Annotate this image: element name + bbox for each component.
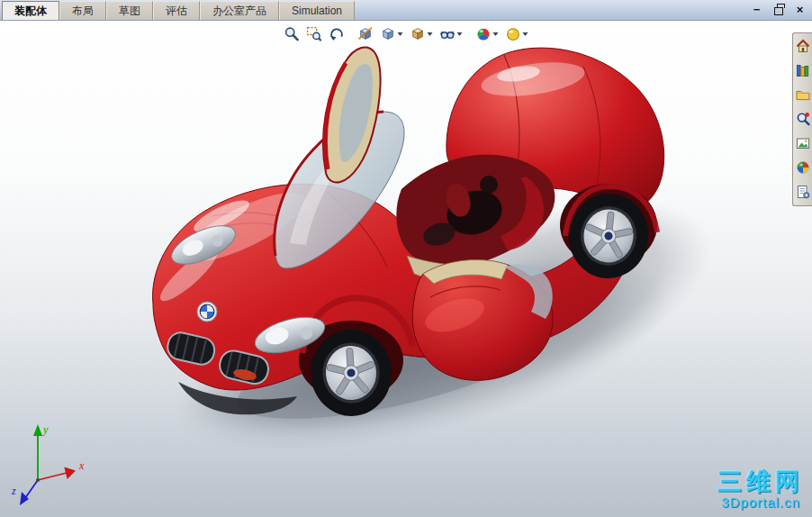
reference-triad: y x z xyxy=(11,415,96,510)
triad-z-label: z xyxy=(11,485,16,497)
search-button[interactable] xyxy=(795,111,811,127)
view-palette-icon xyxy=(796,136,810,150)
command-tabs: 装配体 布局 草图 评估 办公室产品 Simulation xyxy=(2,1,355,20)
car-model[interactable] xyxy=(0,0,812,517)
triad-x-label: x xyxy=(78,459,85,472)
command-manager-tab-bar: 装配体 布局 草图 评估 办公室产品 Simulation − × xyxy=(0,0,812,21)
books-icon xyxy=(796,63,810,77)
section-view-icon xyxy=(358,26,374,41)
zoom-to-fit-button[interactable] xyxy=(282,24,302,43)
document-gear-icon xyxy=(796,185,810,199)
tab-evaluate[interactable]: 评估 xyxy=(153,1,200,20)
zoom-to-area-icon xyxy=(307,26,322,41)
file-explorer-button[interactable] xyxy=(795,86,811,103)
search-icon xyxy=(796,112,810,126)
hide-show-items-button[interactable] xyxy=(438,24,465,43)
previous-view-button[interactable] xyxy=(327,24,347,43)
solidworks-window: y x z 三维网 3Dportal.cn 装配体 布局 草图 评估 办公室产品… xyxy=(0,0,812,517)
tab-assembly[interactable]: 装配体 xyxy=(2,1,59,20)
folder-icon xyxy=(796,87,810,102)
apply-scene-icon xyxy=(506,26,521,41)
display-style-button[interactable] xyxy=(408,24,436,43)
task-pane-tab-strip xyxy=(792,32,812,206)
window-controls: − × xyxy=(749,3,807,16)
chevron-down-icon xyxy=(457,32,463,36)
chevron-down-icon xyxy=(523,32,528,36)
apply-scene-button[interactable] xyxy=(503,24,531,43)
restore-button[interactable] xyxy=(771,3,786,16)
appearances-scenes-button[interactable] xyxy=(795,159,811,176)
zoom-to-area-button[interactable] xyxy=(304,24,325,43)
bmw-roundel[interactable] xyxy=(197,302,217,322)
tab-office-products[interactable]: 办公室产品 xyxy=(200,1,279,20)
color-sphere-icon xyxy=(796,160,810,175)
zoom-to-fit-icon xyxy=(284,26,300,41)
watermark: 三维网 3Dportal.cn xyxy=(717,469,804,510)
edit-appearance-icon xyxy=(476,26,492,41)
heads-up-view-toolbar xyxy=(282,24,531,43)
chevron-down-icon xyxy=(493,32,499,36)
close-button[interactable]: × xyxy=(792,3,807,16)
triad-y-label: y xyxy=(42,423,49,436)
view-orientation-icon xyxy=(381,26,396,41)
chevron-down-icon xyxy=(398,32,403,36)
edit-appearance-button[interactable] xyxy=(474,24,501,43)
solidworks-resources-button[interactable] xyxy=(795,38,811,54)
home-icon xyxy=(796,39,810,53)
tab-sketch[interactable]: 草图 xyxy=(106,1,153,20)
minimize-button[interactable]: − xyxy=(749,3,764,16)
restore-icon xyxy=(774,7,783,15)
previous-view-icon xyxy=(329,26,345,41)
tab-layout[interactable]: 布局 xyxy=(59,1,106,20)
watermark-title: 三维网 xyxy=(717,469,804,494)
watermark-url: 3Dportal.cn xyxy=(717,495,804,511)
tab-simulation[interactable]: Simulation xyxy=(279,1,355,20)
design-library-button[interactable] xyxy=(795,62,811,78)
view-orientation-button[interactable] xyxy=(378,24,406,43)
chevron-down-icon xyxy=(428,32,433,36)
section-view-button[interactable] xyxy=(356,24,376,43)
hide-show-items-icon xyxy=(440,26,456,41)
custom-properties-button[interactable] xyxy=(795,184,811,200)
display-style-icon xyxy=(411,26,426,41)
view-palette-button[interactable] xyxy=(795,135,811,151)
